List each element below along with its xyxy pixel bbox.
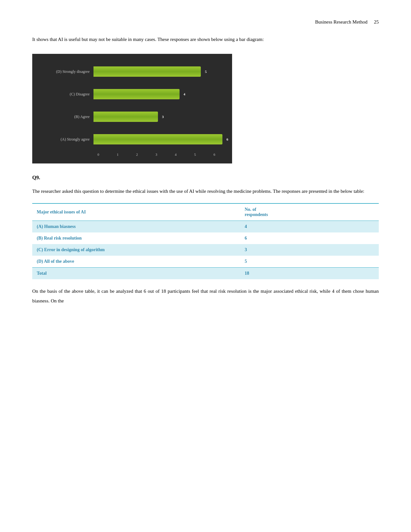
analysis-paragraph: On the basis of the above table, it can … [32, 286, 379, 306]
bar-label: (A) Strongly agree [42, 137, 93, 142]
bar-label: (D) Strongly disagree [42, 69, 93, 74]
x-axis: 0123456 [93, 153, 222, 156]
x-tick: 6 [210, 153, 219, 156]
table-cell-count: 4 [240, 221, 379, 233]
bar-label: (B) Agree [42, 114, 93, 119]
page-header: Business Research Method 25 [32, 19, 379, 25]
question-description: The researcher asked this question to de… [32, 186, 379, 196]
table-cell-count: 6 [240, 232, 379, 244]
bar-value-label: 6 [227, 137, 229, 141]
table-footer-value: 18 [240, 268, 379, 280]
table-row: (C) Error in designing of algorithm3 [32, 244, 379, 256]
x-tick: 0 [93, 153, 103, 156]
table-row: (A) Human biasness4 [32, 221, 379, 233]
bar-value-label: 5 [205, 70, 207, 74]
table-footer-row: Total 18 [32, 268, 379, 280]
ethical-issues-table: Major ethical issues of AI No. of respon… [32, 203, 379, 279]
chart-bar-row: (D) Strongly disagree5 [42, 64, 222, 80]
bar-track: 6 [93, 134, 222, 144]
bar-value-label: 4 [183, 92, 185, 96]
table-cell-issue: (C) Error in designing of algorithm [32, 244, 240, 256]
bar-value-label: 3 [162, 115, 164, 119]
intro-paragraph: It shows that AI is useful but may not b… [32, 34, 379, 44]
bar-label: (C) Disagree [42, 92, 93, 97]
header-title: Business Research Method [315, 19, 367, 25]
bar-fill: 5 [93, 66, 201, 77]
table-cell-issue: (D) All of the above [32, 256, 240, 268]
bar-track: 4 [93, 89, 222, 99]
bar-chart: (D) Strongly disagree5(C) Disagree4(B) A… [32, 54, 232, 163]
table-row: (D) All of the above5 [32, 256, 379, 268]
bar-fill: 3 [93, 112, 158, 122]
table-cell-count: 5 [240, 256, 379, 268]
chart-bar-row: (B) Agree3 [42, 109, 222, 125]
table-row: (B) Real risk resolution6 [32, 232, 379, 244]
chart-bar-row: (A) Strongly agree6 [42, 131, 222, 147]
table-cell-count: 3 [240, 244, 379, 256]
table-header-count: No. of respondents [240, 203, 379, 221]
x-tick: 2 [132, 153, 142, 156]
table-footer-label: Total [32, 268, 240, 280]
table-cell-issue: (B) Real risk resolution [32, 232, 240, 244]
bar-fill: 6 [93, 134, 222, 144]
chart-bars: (D) Strongly disagree5(C) Disagree4(B) A… [42, 60, 222, 151]
question-label: Q9. [32, 175, 379, 181]
header-page-number: 25 [374, 19, 379, 25]
x-tick: 1 [113, 153, 122, 156]
bar-fill: 4 [93, 89, 180, 99]
x-tick: 5 [190, 153, 200, 156]
table-header-issue: Major ethical issues of AI [32, 203, 240, 221]
bar-track: 3 [93, 112, 222, 122]
table-cell-issue: (A) Human biasness [32, 221, 240, 233]
bar-track: 5 [93, 66, 222, 77]
chart-bar-row: (C) Disagree4 [42, 86, 222, 102]
x-tick: 3 [152, 153, 161, 156]
x-tick: 4 [171, 153, 181, 156]
